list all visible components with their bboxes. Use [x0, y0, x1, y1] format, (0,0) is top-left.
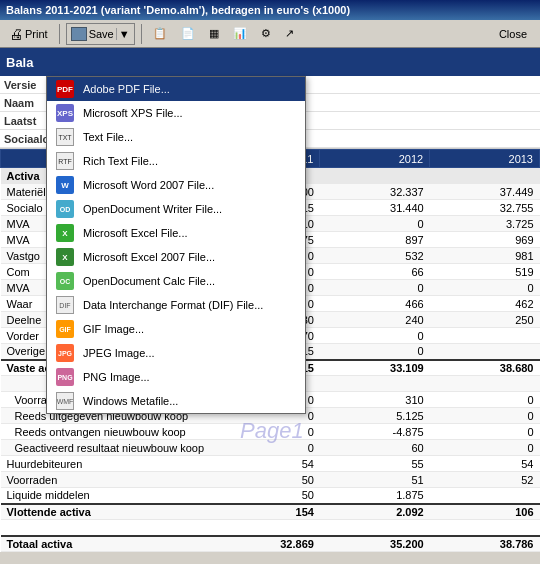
row-value [320, 168, 430, 184]
row-value: 32.755 [430, 200, 540, 216]
row-value: 35.200 [320, 536, 430, 552]
row-value [320, 376, 430, 392]
row-label: Vlottende activa [1, 504, 211, 520]
rtf-icon: RTF [55, 152, 75, 170]
row-value: 38.786 [430, 536, 540, 552]
row-value: 32.337 [320, 184, 430, 200]
toolbar-icon-btn-6[interactable]: ↗ [280, 23, 299, 45]
window-title: Balans 2011-2021 (variant 'Demo.alm'), b… [6, 4, 350, 16]
row-value: 969 [430, 232, 540, 248]
row-value: 52 [430, 472, 540, 488]
row-value: 0 [430, 280, 540, 296]
menu-item-label: Text File... [83, 131, 133, 143]
row-value: 532 [320, 248, 430, 264]
toolbar-icon-btn-5[interactable]: ⚙ [256, 23, 276, 45]
menu-item-windows-metafile[interactable]: WMFWindows Metafile... [47, 389, 305, 413]
row-value: 250 [430, 312, 540, 328]
menu-item-text-file[interactable]: TXTText File... [47, 125, 305, 149]
save-dropdown-arrow[interactable]: ▼ [116, 28, 130, 40]
chart-icon: 📊 [233, 27, 247, 40]
toolbar-icon-btn-2[interactable]: 📄 [176, 23, 200, 45]
menu-item-adobe-pdf[interactable]: PDFAdobe PDF File... [47, 77, 305, 101]
menu-icon-bg: RTF [56, 152, 74, 170]
row-value: 54 [210, 456, 320, 472]
row-value: 897 [320, 232, 430, 248]
menu-item-microsoft-xps[interactable]: XPSMicrosoft XPS File... [47, 101, 305, 125]
menu-item-gif-image[interactable]: GIFGIF Image... [47, 317, 305, 341]
menu-icon-bg: PDF [56, 80, 74, 98]
row-label: Liquide middelen [1, 488, 211, 504]
menu-icon-bg: PNG [56, 368, 74, 386]
save-button[interactable]: Save ▼ [66, 23, 135, 45]
row-value: 37.449 [430, 184, 540, 200]
menu-item-rich-text-file[interactable]: RTFRich Text File... [47, 149, 305, 173]
gif-icon: GIF [55, 320, 75, 338]
menu-item-png-image[interactable]: PNGPNG Image... [47, 365, 305, 389]
row-value: 2.092 [320, 504, 430, 520]
toolbar: 🖨 Print Save ▼ 📋 📄 ▦ 📊 ⚙ ↗ Close [0, 20, 540, 48]
copy-icon: 📋 [153, 27, 167, 40]
row-value [430, 328, 540, 344]
print-button[interactable]: 🖨 Print [4, 23, 53, 45]
row-value: 0 [210, 440, 320, 456]
word-icon: W [55, 176, 75, 194]
print-icon: 🖨 [9, 26, 23, 42]
sheet-title: Bala [6, 55, 33, 70]
toolbar-icon-btn-4[interactable]: 📊 [228, 23, 252, 45]
pdf-icon: PDF [55, 80, 75, 98]
menu-icon-bg: DIF [56, 296, 74, 314]
toolbar-icon-btn-1[interactable]: 📋 [148, 23, 172, 45]
row-label: Totaal activa [1, 536, 211, 552]
row-label: Huurdebiteuren [1, 456, 211, 472]
row-label [1, 520, 211, 536]
xls2-icon: X [55, 248, 75, 266]
close-button[interactable]: Close [490, 25, 536, 43]
row-value: 981 [430, 248, 540, 264]
row-value [430, 488, 540, 504]
row-value: 55 [320, 456, 430, 472]
menu-item-label: Data Interchange Format (DIF) File... [83, 299, 263, 311]
toolbar-icon-btn-3[interactable]: ▦ [204, 23, 224, 45]
table-row: Reeds ontvangen nieuwbouw koop0-4.8750 [1, 424, 540, 440]
row-value [210, 520, 320, 536]
row-value: 3.725 [430, 216, 540, 232]
menu-item-opendocument-writer[interactable]: ODOpenDocument Writer File... [47, 197, 305, 221]
row-value: 310 [320, 392, 430, 408]
row-value: 0 [210, 424, 320, 440]
row-value: 0 [430, 424, 540, 440]
menu-item-jpeg-image[interactable]: JPGJPEG Image... [47, 341, 305, 365]
menu-item-opendocument-calc[interactable]: OCOpenDocument Calc File... [47, 269, 305, 293]
title-bar: Balans 2011-2021 (variant 'Demo.alm'), b… [0, 0, 540, 20]
menu-icon-bg: TXT [56, 128, 74, 146]
row-value: 60 [320, 440, 430, 456]
save-main[interactable]: Save [71, 27, 116, 41]
menu-item-label: Microsoft Word 2007 File... [83, 179, 214, 191]
menu-item-label: Rich Text File... [83, 155, 158, 167]
row-value: 240 [320, 312, 430, 328]
sheet-header: Bala [0, 48, 540, 76]
menu-item-microsoft-excel-2007[interactable]: XMicrosoft Excel 2007 File... [47, 245, 305, 269]
row-value [430, 344, 540, 360]
row-value: 0 [320, 328, 430, 344]
menu-item-microsoft-excel[interactable]: XMicrosoft Excel File... [47, 221, 305, 245]
row-value: 38.680 [430, 360, 540, 376]
menu-icon-bg: W [56, 176, 74, 194]
row-value [430, 376, 540, 392]
menu-item-label: JPEG Image... [83, 347, 155, 359]
jpg-icon: JPG [55, 344, 75, 362]
save-dropdown-menu: PDFAdobe PDF File...XPSMicrosoft XPS Fil… [46, 76, 306, 414]
content-area: Bala Versie 1, Service Release 2 Naam La… [0, 48, 540, 564]
row-value: 1.875 [320, 488, 430, 504]
menu-item-microsoft-word-2007[interactable]: WMicrosoft Word 2007 File... [47, 173, 305, 197]
menu-item-label: Microsoft XPS File... [83, 107, 183, 119]
menu-icon-bg: GIF [56, 320, 74, 338]
row-value: 31.440 [320, 200, 430, 216]
dif-icon: DIF [55, 296, 75, 314]
txt-icon: TXT [55, 128, 75, 146]
row-value [430, 168, 540, 184]
row-value: 0 [320, 280, 430, 296]
chevron-down-icon: ▼ [119, 28, 130, 40]
menu-item-dif[interactable]: DIFData Interchange Format (DIF) File... [47, 293, 305, 317]
toolbar-separator-2 [141, 24, 142, 44]
xps-icon: XPS [55, 104, 75, 122]
